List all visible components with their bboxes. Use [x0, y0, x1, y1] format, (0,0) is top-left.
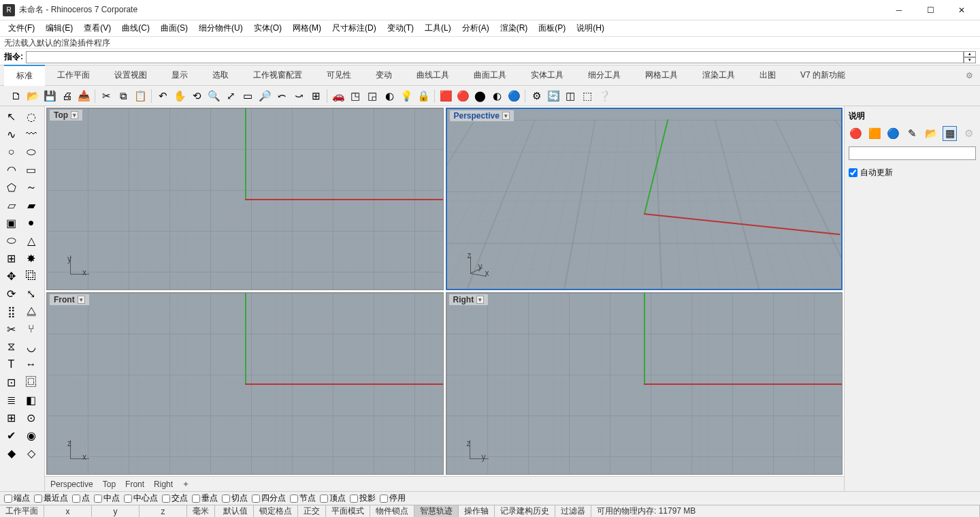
osnap-check-11[interactable]: [350, 495, 358, 503]
osnap-8[interactable]: 四分点: [252, 492, 286, 504]
auto-update-check[interactable]: [849, 168, 858, 177]
array-icon[interactable]: ⣿: [2, 303, 20, 319]
render3-icon[interactable]: ◇: [22, 445, 40, 461]
status-toggle-6[interactable]: 记录建构历史: [495, 505, 555, 517]
toolbar-tab-6[interactable]: 可见性: [314, 65, 363, 85]
osnap-5[interactable]: 交点: [162, 492, 188, 504]
osnap-check-10[interactable]: [320, 495, 328, 503]
osnap-check-4[interactable]: [124, 495, 132, 503]
view-tab-top[interactable]: Top: [103, 480, 116, 489]
toolbar-tab-4[interactable]: 选取: [200, 65, 241, 85]
group-icon[interactable]: ⿴: [22, 374, 40, 390]
cut-icon[interactable]: ✂: [99, 89, 114, 104]
polyline-icon[interactable]: ∿: [2, 126, 20, 142]
trim-icon[interactable]: ✂: [2, 321, 20, 337]
menu-item-9[interactable]: 变动(T): [383, 21, 418, 35]
four-view-icon[interactable]: ⊞: [308, 89, 323, 104]
status-toggle-1[interactable]: 正交: [298, 505, 326, 517]
light-icon[interactable]: 💡: [399, 89, 414, 104]
osnap-check-9[interactable]: [290, 495, 298, 503]
import-icon[interactable]: 📥: [76, 89, 91, 104]
scale-icon[interactable]: ⤡: [22, 285, 40, 302]
close-button[interactable]: ✕: [946, 0, 977, 20]
cplane-obj-icon[interactable]: ◲: [365, 89, 380, 104]
menu-item-6[interactable]: 实体(O): [250, 21, 286, 35]
truck-icon[interactable]: 🚗: [331, 89, 346, 104]
osnap-check-7[interactable]: [222, 495, 230, 503]
freeform-icon[interactable]: ～: [22, 179, 40, 195]
zoom-window-icon[interactable]: ▭: [240, 89, 255, 104]
panel-gear-icon[interactable]: ▦: [943, 126, 958, 141]
analyze-icon[interactable]: ◉: [22, 427, 40, 443]
status-layer[interactable]: 默认值: [215, 505, 254, 517]
viewport-top-label[interactable]: Top▾: [50, 110, 82, 121]
shade-icon[interactable]: ◐: [382, 89, 397, 104]
viewport-top[interactable]: Top▾ yx: [46, 108, 444, 290]
status-unit[interactable]: 毫米: [187, 505, 215, 517]
menu-item-7[interactable]: 网格(M): [289, 21, 325, 35]
properties-icon[interactable]: ◧: [22, 392, 40, 408]
view-tab-perspective[interactable]: Perspective: [50, 480, 93, 489]
osnap-12[interactable]: 停用: [380, 492, 406, 504]
ellipse-icon[interactable]: ⬭: [22, 144, 40, 160]
viewport-perspective[interactable]: Perspective▾ z y x: [446, 108, 843, 290]
zoom-ext-icon[interactable]: ⤢: [223, 89, 238, 104]
refresh-icon[interactable]: 🔄: [546, 89, 561, 104]
join-icon[interactable]: ⧖: [2, 339, 20, 355]
osnap-0[interactable]: 端点: [4, 492, 30, 504]
chevron-down-icon[interactable]: ▾: [476, 296, 484, 304]
zoom-dyn-icon[interactable]: 🔎: [257, 89, 272, 104]
osnap-10[interactable]: 顶点: [320, 492, 346, 504]
status-toggle-5[interactable]: 操作轴: [459, 505, 495, 517]
render-icon[interactable]: 🟥: [438, 89, 453, 104]
toolbar-tab-0[interactable]: 标准: [4, 65, 45, 86]
viewport-right[interactable]: Right▾ zy: [446, 292, 843, 475]
osnap-6[interactable]: 垂点: [192, 492, 218, 504]
mirror-icon[interactable]: ⧋: [22, 303, 40, 319]
loft-icon[interactable]: ▰: [22, 197, 40, 213]
viewport-right-label[interactable]: Right▾: [449, 294, 489, 305]
toolbar-tab-5[interactable]: 工作视窗配置: [241, 65, 314, 85]
save-icon[interactable]: 💾: [42, 89, 57, 104]
command-input[interactable]: [26, 51, 964, 63]
new-icon[interactable]: 🗋: [8, 89, 23, 104]
tabstrip-gear-icon[interactable]: ⚙: [963, 68, 976, 83]
arc-icon[interactable]: ◠: [2, 161, 20, 178]
polygon-icon[interactable]: ⬠: [2, 179, 20, 195]
pointer-icon[interactable]: ↖: [2, 108, 20, 125]
osnap-4[interactable]: 中心点: [124, 492, 158, 504]
sphere-blue-icon[interactable]: 🔵: [506, 89, 521, 104]
minimize-button[interactable]: ─: [883, 0, 915, 20]
menu-item-12[interactable]: 渲染(R): [496, 21, 532, 35]
status-toggle-4[interactable]: 智慧轨迹: [414, 505, 459, 517]
layers-icon[interactable]: ≣: [2, 392, 20, 408]
osnap-check-5[interactable]: [162, 495, 170, 503]
menu-item-4[interactable]: 曲面(S): [157, 21, 192, 35]
menu-item-5[interactable]: 细分物件(U): [195, 21, 247, 35]
cylinder-icon[interactable]: ⬭: [2, 232, 20, 249]
help-search-input[interactable]: [849, 146, 976, 160]
circle-icon[interactable]: ○: [2, 144, 20, 160]
osnap-check-1[interactable]: [34, 495, 42, 503]
status-toggle-0[interactable]: 锁定格点: [254, 505, 298, 517]
grid-icon[interactable]: ⊞: [2, 409, 20, 426]
toolbar-tab-1[interactable]: 工作平面: [45, 65, 102, 85]
cone-icon[interactable]: △: [22, 232, 40, 249]
blocks-icon[interactable]: ⊡: [2, 374, 20, 390]
rotate2-icon[interactable]: ⟳: [2, 285, 20, 302]
paste-icon[interactable]: 📋: [133, 89, 148, 104]
material-icon[interactable]: 🟧: [868, 126, 883, 141]
panel-settings-icon[interactable]: ⚙: [961, 126, 976, 141]
menu-item-3[interactable]: 曲线(C): [118, 21, 154, 35]
maximize-button[interactable]: ☐: [915, 0, 946, 20]
toolbar-tab-14[interactable]: 出图: [747, 65, 788, 85]
check-icon[interactable]: ✔: [2, 427, 20, 443]
rotate-icon[interactable]: ⟲: [189, 89, 204, 104]
osnap-9[interactable]: 节点: [290, 492, 316, 504]
undo-view-icon[interactable]: ⤺: [274, 89, 289, 104]
toolbar-tab-8[interactable]: 曲线工具: [404, 65, 461, 85]
cplane2-icon[interactable]: ◫: [563, 89, 578, 104]
dim-icon[interactable]: ↔: [22, 356, 40, 373]
folder-icon[interactable]: 📂: [924, 126, 938, 141]
redo-view-icon[interactable]: ⤻: [291, 89, 306, 104]
